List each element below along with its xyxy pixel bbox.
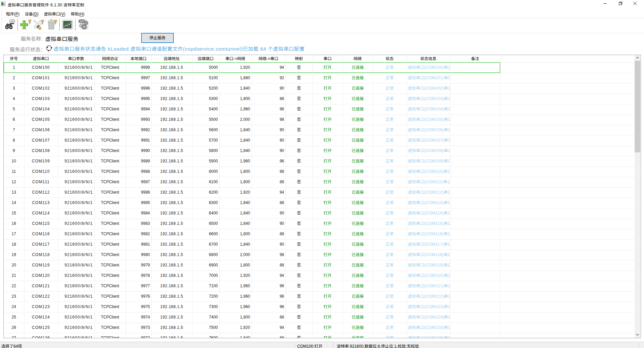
svg-text:192: 192 bbox=[10, 20, 14, 23]
